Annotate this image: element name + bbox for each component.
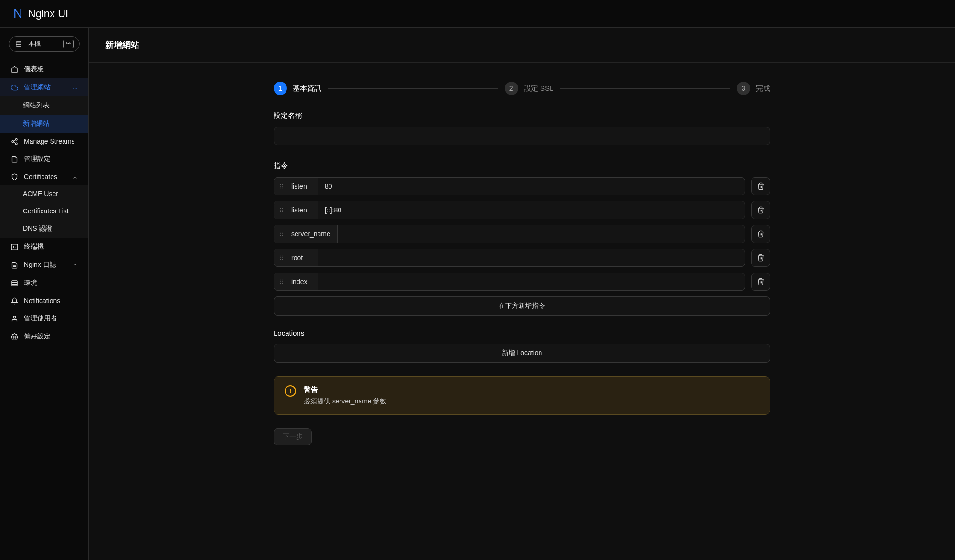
sidebar-item-add-site[interactable]: 新增網站: [0, 115, 88, 133]
svg-rect-9: [11, 244, 18, 249]
step-number: 2: [505, 82, 518, 95]
sidebar-item-manage-streams[interactable]: Manage Streams: [0, 133, 88, 150]
drag-handle-icon[interactable]: [274, 273, 289, 290]
sidebar-item-dns-auth[interactable]: DNS 認證: [0, 220, 88, 238]
sidebar-item-environment[interactable]: 環境: [0, 274, 88, 292]
sidebar-item-preferences[interactable]: 偏好設定: [0, 328, 88, 346]
svg-point-42: [280, 280, 281, 281]
page-title: 新增網站: [89, 28, 955, 63]
svg-point-43: [282, 280, 283, 281]
svg-point-36: [280, 256, 281, 257]
svg-point-6: [15, 143, 17, 145]
svg-point-16: [13, 316, 16, 318]
directive-main: index: [274, 273, 745, 291]
main-content: 新增網站 1 基本資訊 2 設定 SSL 3 完成 設定名稱: [89, 28, 955, 560]
sidebar-item-manage-config[interactable]: 管理設定: [0, 150, 88, 168]
shield-icon: [11, 173, 18, 180]
env-selector[interactable]: 本機: [9, 36, 80, 52]
add-directive-button[interactable]: 在下方新增指令: [274, 296, 770, 316]
svg-line-8: [13, 142, 15, 143]
sidebar-item-certificates-list[interactable]: Certificates List: [0, 202, 88, 220]
directive-row: index: [274, 273, 770, 291]
delete-directive-button[interactable]: [751, 177, 770, 195]
sidebar-item-manage-users[interactable]: 管理使用者: [0, 309, 88, 328]
directive-name: server_name: [289, 225, 338, 243]
svg-line-7: [13, 140, 15, 141]
svg-point-39: [282, 257, 283, 258]
app-logo[interactable]: N Nginx UI: [13, 6, 68, 21]
alert-message: 必須提供 server_name 參數: [304, 397, 386, 406]
file-icon: [11, 156, 18, 163]
drag-handle-icon[interactable]: [274, 178, 289, 195]
sidebar-item-label: 終端機: [24, 243, 44, 251]
sidebar-item-manage-sites[interactable]: 管理網站 ︿: [0, 78, 88, 96]
alert-title: 警告: [304, 385, 386, 394]
svg-point-47: [282, 283, 283, 284]
svg-point-5: [11, 140, 13, 142]
directive-row: listen: [274, 201, 770, 219]
warning-alert: ! 警告 必須提供 server_name 參數: [274, 376, 770, 415]
directive-value-input[interactable]: [338, 225, 745, 243]
delete-directive-button[interactable]: [751, 201, 770, 219]
directive-value-input[interactable]: [318, 249, 745, 266]
directive-name: listen: [289, 178, 318, 195]
steps: 1 基本資訊 2 設定 SSL 3 完成: [274, 82, 770, 95]
directive-value-input[interactable]: [318, 273, 745, 290]
next-button[interactable]: 下一步: [274, 428, 312, 445]
svg-point-35: [282, 235, 283, 236]
sidebar-item-certificates[interactable]: Certificates ︿: [0, 168, 88, 185]
list-icon: [15, 41, 22, 47]
step-number: 3: [737, 82, 750, 95]
svg-point-37: [282, 256, 283, 257]
sidebar-item-site-list[interactable]: 網站列表: [0, 96, 88, 115]
sidebar-item-label: 儀表板: [24, 65, 44, 74]
step-finish[interactable]: 3 完成: [737, 82, 770, 95]
sidebar-item-nginx-log[interactable]: Nginx 日誌 ﹀: [0, 256, 88, 274]
sidebar-item-dashboard[interactable]: 儀表板: [0, 60, 88, 78]
drag-handle-icon[interactable]: [274, 249, 289, 266]
drag-handle-icon[interactable]: [274, 201, 289, 219]
drag-handle-icon[interactable]: [274, 225, 289, 243]
directive-row: server_name: [274, 225, 770, 243]
chevron-up-icon: ︿: [73, 173, 78, 180]
step-ssl[interactable]: 2 設定 SSL: [505, 82, 554, 95]
sidebar-item-terminal[interactable]: 終端機: [0, 238, 88, 256]
sidebar-item-acme-user[interactable]: ACME User: [0, 185, 88, 202]
config-name-input[interactable]: [274, 127, 770, 145]
sidebar-item-label: 偏好設定: [24, 332, 51, 341]
delete-directive-button[interactable]: [751, 249, 770, 267]
svg-point-29: [282, 211, 283, 212]
svg-point-24: [280, 208, 281, 209]
directive-main: root: [274, 249, 745, 267]
user-icon: [11, 315, 18, 322]
step-connector: [328, 88, 498, 89]
config-name-label: 設定名稱: [274, 111, 770, 120]
terminal-icon: [11, 243, 18, 251]
sidebar: 本機 儀表板 管理網站 ︿ 網站列表 新增網站: [0, 28, 89, 560]
directive-value-input[interactable]: [318, 178, 745, 195]
sidebar-item-label: 網站列表: [23, 101, 50, 110]
sidebar-item-label: Certificates: [24, 173, 57, 180]
sidebar-item-label: 管理設定: [24, 155, 51, 163]
svg-point-4: [15, 138, 17, 140]
chevron-down-icon: ﹀: [73, 262, 78, 269]
cloud-icon: [11, 84, 18, 91]
add-location-button[interactable]: 新增 Location: [274, 344, 770, 363]
svg-point-45: [282, 281, 283, 282]
svg-rect-13: [11, 280, 17, 285]
gear-icon: [11, 333, 18, 340]
delete-directive-button[interactable]: [751, 273, 770, 291]
step-basic-info[interactable]: 1 基本資訊: [274, 82, 321, 95]
sidebar-item-notifications[interactable]: Notifications: [0, 292, 88, 309]
step-label: 完成: [756, 84, 770, 93]
delete-directive-button[interactable]: [751, 225, 770, 243]
svg-point-22: [280, 188, 281, 189]
directive-value-input[interactable]: [318, 201, 745, 219]
share-icon: [11, 138, 18, 145]
svg-rect-0: [16, 42, 21, 47]
directive-main: listen: [274, 177, 745, 195]
step-connector: [560, 88, 730, 89]
step-label: 設定 SSL: [524, 84, 554, 93]
directive-name: root: [289, 249, 318, 266]
env-selector-label: 本機: [28, 40, 41, 48]
